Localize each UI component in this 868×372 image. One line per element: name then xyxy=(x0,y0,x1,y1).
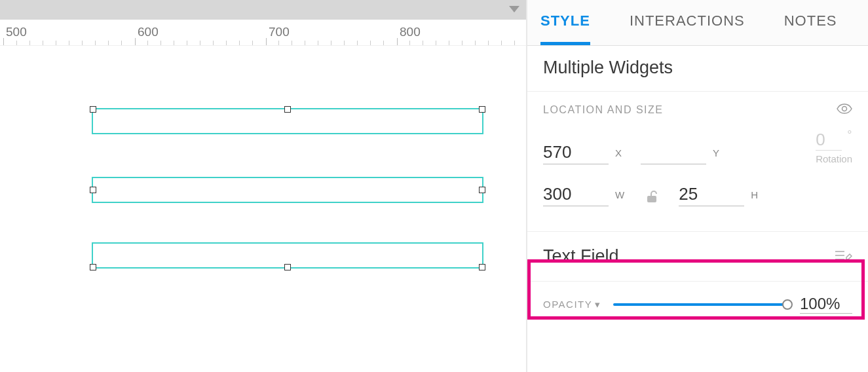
h-input[interactable] xyxy=(679,183,744,206)
ruler-mark: 800 xyxy=(400,25,421,39)
x-input[interactable] xyxy=(543,141,609,164)
canvas-area[interactable] xyxy=(0,46,526,372)
rotation-label: Rotation xyxy=(816,153,852,164)
ruler-mark: 500 xyxy=(6,25,27,39)
canvas-pane: 500 600 700 800 xyxy=(0,0,527,372)
selection-label: Multiple Widgets xyxy=(527,46,868,92)
opacity-value-input[interactable] xyxy=(800,295,852,314)
resize-handle[interactable] xyxy=(479,187,485,193)
x-label: X xyxy=(615,147,622,158)
tab-notes[interactable]: NOTES xyxy=(784,12,837,33)
inspector-pane: STYLE INTERACTIONS NOTES Multiple Widget… xyxy=(527,0,868,372)
resize-handle[interactable] xyxy=(90,106,96,113)
resize-handle[interactable] xyxy=(90,187,96,193)
resize-handle[interactable] xyxy=(90,264,96,270)
resize-handle[interactable] xyxy=(479,106,485,113)
y-label: Y xyxy=(713,147,720,158)
selected-widget[interactable] xyxy=(92,177,483,203)
tab-interactions[interactable]: INTERACTIONS xyxy=(630,12,745,33)
selected-widget[interactable] xyxy=(92,242,483,269)
unlock-icon[interactable] xyxy=(646,190,658,206)
slider-thumb[interactable] xyxy=(782,299,793,310)
chevron-down-icon: ▾ xyxy=(595,299,601,310)
opacity-section: OPACITY ▾ xyxy=(527,282,868,327)
svg-rect-2 xyxy=(647,196,656,202)
svg-point-1 xyxy=(842,107,847,111)
widget-type-section: Text Field xyxy=(527,231,868,282)
selected-widget[interactable] xyxy=(92,108,483,134)
h-label: H xyxy=(751,189,759,200)
resize-handle[interactable] xyxy=(479,264,485,270)
topbar-dropdown-icon[interactable] xyxy=(509,4,519,14)
ruler-mark: 600 xyxy=(138,25,159,39)
resize-handle[interactable] xyxy=(284,264,291,270)
w-label: W xyxy=(615,189,625,200)
rotation-input[interactable] xyxy=(816,130,842,151)
location-size-section: LOCATION AND SIZE X Y ° xyxy=(527,92,868,231)
w-input[interactable] xyxy=(543,183,609,206)
opacity-slider[interactable] xyxy=(613,303,788,306)
widget-type-label: Text Field xyxy=(543,246,619,267)
resize-handle[interactable] xyxy=(284,106,291,113)
location-size-title: LOCATION AND SIZE xyxy=(543,104,663,116)
edit-style-icon[interactable] xyxy=(835,248,852,265)
ruler: 500 600 700 800 xyxy=(0,20,526,46)
opacity-label[interactable]: OPACITY ▾ xyxy=(543,299,601,310)
inspector-tabs: STYLE INTERACTIONS NOTES xyxy=(527,0,868,46)
ruler-mark: 700 xyxy=(269,25,290,39)
tab-style[interactable]: STYLE xyxy=(540,12,590,33)
canvas-topbar xyxy=(0,0,526,20)
y-input[interactable] xyxy=(641,141,706,164)
degree-icon: ° xyxy=(847,128,852,142)
svg-marker-0 xyxy=(509,6,519,12)
visibility-icon[interactable] xyxy=(837,103,852,117)
